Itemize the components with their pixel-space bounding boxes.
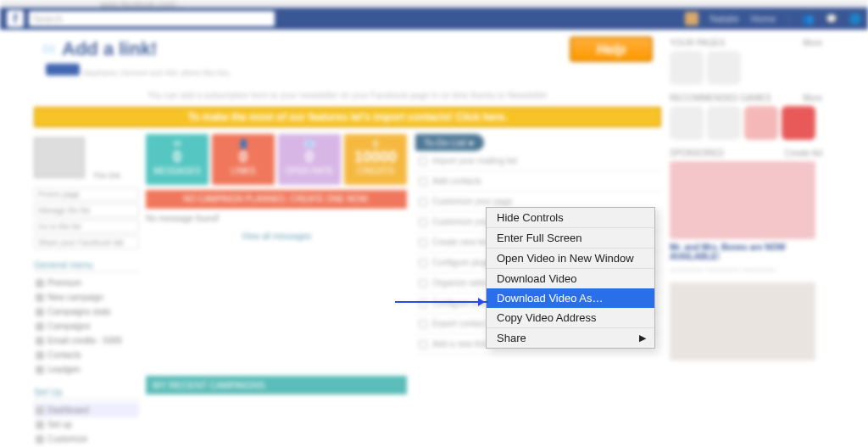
stat-links: 👤0LINKS bbox=[212, 134, 275, 185]
checkbox-icon[interactable] bbox=[419, 299, 427, 308]
checkbox-icon[interactable] bbox=[419, 218, 427, 226]
ad-body: ———— ———— ———— bbox=[670, 265, 822, 274]
blurred-page: apps.facebook.com/… f Search Natalie Hom… bbox=[0, 0, 868, 447]
checkbox-icon[interactable] bbox=[419, 157, 427, 165]
more-link[interactable]: More bbox=[803, 38, 822, 47]
gear-icon bbox=[36, 421, 44, 429]
view-all-link[interactable]: View all messages bbox=[242, 232, 312, 241]
sidebar-item[interactable]: New campaign bbox=[34, 290, 139, 305]
sidebar-item[interactable]: Customize bbox=[34, 432, 139, 446]
sidebar-item: Email credits : 5000 bbox=[34, 333, 139, 348]
context-menu: Hide Controls Enter Full Screen Open Vid… bbox=[486, 207, 655, 349]
checkbox-icon[interactable] bbox=[419, 259, 427, 267]
game-tile[interactable] bbox=[707, 106, 741, 140]
create-ad-link[interactable]: Create Ad bbox=[785, 148, 822, 158]
chevron-right-icon: ▶ bbox=[639, 332, 646, 344]
no-campaign-banner[interactable]: NO CAMPAIGN PLANNED. CREATE ONE NOW. bbox=[146, 190, 407, 209]
left-sidebar: This link Promo page Manage the list Go … bbox=[34, 134, 139, 446]
list-icon bbox=[36, 322, 44, 331]
sponsored-label: SPONSORED bbox=[670, 148, 724, 158]
cm-copy-video-address[interactable]: Copy Video Address bbox=[487, 308, 654, 327]
divider: | bbox=[787, 14, 790, 24]
pointer-arrow-annotation bbox=[395, 301, 488, 303]
checkbox-icon[interactable] bbox=[419, 320, 427, 328]
info-bar: You can add a subscription form to your … bbox=[34, 87, 661, 105]
ad-image[interactable] bbox=[670, 282, 815, 360]
checkbox-icon[interactable] bbox=[419, 177, 427, 186]
mini-link[interactable]: Share your Facebook tab bbox=[34, 236, 139, 249]
facebook-topbar: f Search Natalie Home | 👥 💬 🌐 bbox=[0, 8, 868, 30]
todo-item[interactable]: Import your mailing list bbox=[415, 151, 661, 171]
side-section-title: YOUR PAGES bbox=[670, 38, 725, 47]
sidebar-item-dashboard[interactable]: Dashboard bbox=[34, 403, 139, 417]
mini-link[interactable]: Promo page bbox=[34, 187, 139, 201]
nav-icon[interactable]: 🌐 bbox=[849, 14, 861, 25]
sidebar-item[interactable]: Leadgen bbox=[34, 362, 139, 377]
game-tile[interactable] bbox=[744, 106, 778, 140]
home-link[interactable]: Home bbox=[751, 14, 776, 24]
mini-link[interactable]: Manage the list bbox=[34, 204, 139, 217]
contacts-icon bbox=[36, 351, 44, 360]
checkbox-icon[interactable] bbox=[419, 279, 427, 288]
todo-item[interactable]: Add contacts bbox=[415, 171, 661, 192]
browser-toolbar: apps.facebook.com/… bbox=[0, 0, 868, 8]
cm-download-video-as[interactable]: Download Video As… bbox=[487, 288, 654, 308]
paint-icon bbox=[36, 435, 44, 444]
nav-icon[interactable]: 💬 bbox=[826, 14, 837, 25]
search-input[interactable]: Search bbox=[29, 11, 275, 26]
setup-header: Set Up bbox=[34, 387, 139, 400]
recent-campaigns-header: MY RECENT CAMPAIGNS bbox=[146, 376, 407, 394]
page-tile[interactable] bbox=[707, 51, 741, 85]
cm-share[interactable]: Share▶ bbox=[487, 328, 654, 348]
stat-openrate: 📧0OPEN RATE bbox=[278, 134, 341, 185]
lead-icon bbox=[36, 366, 44, 374]
side-section-title: RECOMMENDED GAMES bbox=[670, 93, 771, 103]
thumbnail bbox=[34, 137, 85, 178]
star-icon bbox=[36, 279, 44, 288]
cm-hide-controls[interactable]: Hide Controls bbox=[487, 208, 654, 227]
dashboard-icon bbox=[36, 406, 44, 415]
todo-header: To-Do List ● bbox=[415, 134, 484, 151]
import-banner[interactable]: To make the most of our features let's i… bbox=[34, 107, 661, 127]
like-text: Stephanie Clement and 45K others like th… bbox=[82, 69, 231, 77]
stat-credits: $10000CREDITS bbox=[344, 134, 407, 185]
sidebar-item[interactable]: Contacts bbox=[34, 348, 139, 362]
stats-row: ✉0MESSAGES 👤0LINKS 📧0OPEN RATE $10000CRE… bbox=[146, 134, 407, 185]
cm-open-new-window[interactable]: Open Video in New Window bbox=[487, 249, 654, 268]
user-name[interactable]: Natalie bbox=[710, 14, 739, 24]
page-tile[interactable] bbox=[670, 51, 704, 85]
mini-links: Promo page Manage the list Go to the lis… bbox=[34, 187, 139, 249]
cm-download-video[interactable]: Download Video bbox=[487, 269, 654, 288]
game-tile[interactable] bbox=[782, 106, 815, 140]
sidebar-item[interactable]: Premium bbox=[34, 276, 139, 290]
sidebar-item[interactable]: Campaigns stats bbox=[34, 305, 139, 319]
facebook-logo-icon[interactable]: f bbox=[7, 10, 24, 27]
cm-enter-fullscreen[interactable]: Enter Full Screen bbox=[487, 228, 654, 248]
checkbox-icon[interactable] bbox=[419, 238, 427, 247]
search-placeholder: Search bbox=[33, 14, 63, 24]
no-message-text: No message found! bbox=[146, 214, 407, 223]
plus-icon bbox=[36, 293, 44, 302]
mini-link[interactable]: Go to the list bbox=[34, 220, 139, 233]
app-logo-icon: ✉️ bbox=[42, 43, 55, 55]
ad-title[interactable]: Mr. and Mrs. Bones are NOW AVAILABLE! bbox=[670, 243, 822, 261]
chart-icon bbox=[36, 308, 44, 316]
avatar[interactable] bbox=[685, 12, 698, 25]
right-sidebar: YOUR PAGESMore RECOMMENDED GAMESMore SPO… bbox=[670, 35, 822, 446]
game-tile[interactable] bbox=[670, 106, 704, 140]
general-menu-header: General menu bbox=[34, 260, 139, 272]
help-button[interactable]: Help bbox=[570, 36, 653, 62]
stat-messages: ✉0MESSAGES bbox=[146, 134, 209, 185]
app-header: ✉️ Add a link! Help bbox=[34, 35, 661, 64]
like-button[interactable] bbox=[46, 64, 80, 75]
like-row: Stephanie Clement and 45K others like th… bbox=[34, 64, 661, 81]
sidebar-item[interactable]: Set up bbox=[34, 417, 139, 432]
ad-image[interactable] bbox=[670, 161, 815, 239]
checkbox-icon[interactable] bbox=[419, 340, 427, 349]
credit-icon bbox=[36, 337, 44, 345]
sidebar-item[interactable]: Campaigns bbox=[34, 319, 139, 333]
nav-icon[interactable]: 👥 bbox=[802, 14, 814, 25]
more-link[interactable]: More bbox=[803, 93, 822, 103]
checkbox-icon[interactable] bbox=[419, 198, 427, 206]
page-title: Add a link! bbox=[62, 38, 157, 60]
